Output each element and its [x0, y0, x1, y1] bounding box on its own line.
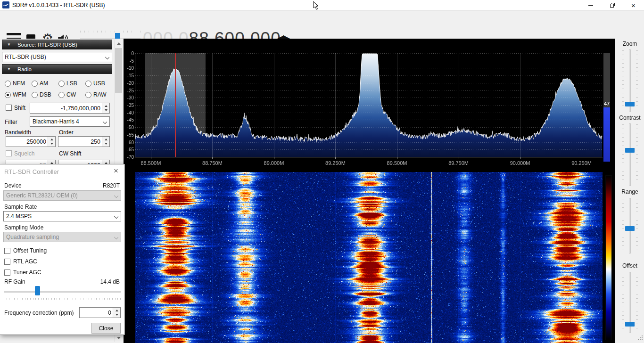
radio-button[interactable]	[5, 92, 11, 98]
squelch-checkbox[interactable]	[6, 150, 12, 156]
bandwidth-input[interactable]: 250000	[6, 136, 56, 147]
offset-tuning-checkbox[interactable]	[4, 248, 10, 254]
slider-tick	[622, 290, 624, 290]
sampling-mode-select: Quadrature sampling	[3, 232, 121, 242]
radio-mode-cw[interactable]: CW	[58, 89, 85, 100]
filter-select[interactable]: Blackman-Harris 4	[30, 116, 110, 127]
source-section-header[interactable]: ▼ Source: RTL-SDR (USB)	[2, 40, 112, 49]
close-button[interactable]: ×	[623, 0, 644, 10]
device-select-value: Generic RTL2832U OEM (0)	[6, 192, 78, 199]
waterfall-canvas[interactable]	[135, 172, 603, 343]
minimize-button[interactable]	[580, 0, 601, 10]
slider-tick	[636, 141, 638, 142]
h-gridline	[135, 90, 603, 91]
slider-tick	[636, 158, 638, 159]
slider-tick	[636, 55, 638, 55]
range-slider-handle[interactable]	[625, 226, 635, 231]
slider-tick	[636, 180, 638, 180]
radio-section-header[interactable]: ▼ Radio	[2, 64, 112, 74]
dialog-close-icon[interactable]: ×	[111, 166, 121, 176]
slider-tick	[622, 67, 624, 68]
range-label: Range	[615, 188, 644, 195]
checkbox-label: Tuner AGC	[13, 269, 41, 276]
slider-tick	[636, 302, 638, 303]
contrast-slider-track[interactable]	[629, 123, 631, 186]
slider-tick	[622, 154, 624, 155]
db-tick-label: -60	[124, 140, 134, 145]
radio-button[interactable]	[85, 81, 91, 87]
scroll-down-icon[interactable]	[115, 334, 123, 342]
dialog-close-label: Close	[99, 325, 114, 332]
restore-button[interactable]	[602, 0, 623, 10]
offset-slider-handle[interactable]	[625, 322, 635, 327]
radio-mode-lsb[interactable]: LSB	[58, 78, 85, 89]
source-select[interactable]: RTL-SDR (USB)	[2, 52, 112, 62]
rtl-agc-checkbox[interactable]	[4, 259, 10, 265]
slider-tick	[636, 233, 638, 233]
slider-tick	[622, 212, 624, 212]
slider-tick	[636, 324, 638, 324]
tuning-line[interactable]	[175, 53, 176, 157]
slider-tick	[622, 324, 624, 324]
radio-button[interactable]	[32, 92, 38, 98]
radio-mode-usb[interactable]: USB	[85, 78, 112, 89]
slider-tick	[636, 319, 638, 320]
source-header-label: Source: RTL-SDR (USB)	[17, 42, 77, 48]
h-gridline	[135, 61, 603, 61]
slider-tick	[636, 137, 638, 138]
slider-tick	[636, 110, 638, 110]
slider-tick	[636, 286, 638, 286]
rf-gain-slider[interactable]	[35, 286, 40, 295]
slider-tick	[622, 175, 624, 176]
shift-input[interactable]: -1,750,000,000	[30, 103, 110, 114]
chevron-down-icon	[114, 194, 118, 198]
db-tick-label: -70	[124, 155, 134, 160]
radio-mode-am[interactable]: AM	[32, 78, 58, 89]
slider-tick	[636, 328, 638, 328]
shift-spinner[interactable]	[102, 103, 109, 113]
radio-mode-nfm[interactable]: NFM	[5, 78, 32, 89]
ppm-spinner[interactable]	[113, 308, 120, 318]
tuner-agc-checkbox[interactable]	[4, 270, 10, 276]
ppm-input[interactable]: 0	[79, 307, 121, 318]
zoom-slider-handle[interactable]	[625, 102, 635, 106]
sampling-mode-value: Quadrature sampling	[6, 234, 59, 240]
contrast-slider-handle[interactable]	[625, 148, 635, 153]
v-gridline	[274, 53, 274, 157]
order-input[interactable]: 250	[58, 136, 110, 147]
scroll-up-icon[interactable]	[115, 40, 123, 48]
radio-mode-wfm[interactable]: WFM	[5, 89, 32, 100]
order-spinner[interactable]	[102, 137, 109, 147]
radio-mode-raw[interactable]: RAW	[85, 89, 112, 100]
bandwidth-spinner[interactable]	[48, 137, 55, 147]
radio-mode-dsb[interactable]: DSB	[32, 89, 58, 100]
radio-button[interactable]	[5, 81, 11, 87]
resize-grip[interactable]	[638, 335, 643, 340]
slider-tick	[636, 311, 638, 311]
dialog-close-button[interactable]: Close	[91, 323, 121, 334]
dialog-checkbox-row: Tuner AGC	[4, 269, 41, 276]
slider-tick	[636, 212, 638, 212]
slider-tick	[636, 294, 638, 294]
radio-button[interactable]	[32, 81, 38, 87]
range-slider-track[interactable]	[629, 198, 631, 253]
slider-tick	[636, 154, 638, 155]
shift-checkbox[interactable]	[6, 105, 12, 111]
slider-tick	[636, 216, 638, 216]
scrollbar-thumb[interactable]	[115, 48, 122, 93]
slider-tick	[636, 171, 638, 172]
zoom-label: Zoom	[615, 41, 644, 47]
radio-button[interactable]	[58, 81, 65, 87]
sample-rate-select[interactable]: 2.4 MSPS	[3, 211, 121, 221]
radio-mode-grid: NFMAMLSBUSBWFMDSBCWRAW	[5, 78, 112, 100]
device-chip-label: R820T	[103, 182, 120, 189]
slider-tick	[622, 124, 624, 125]
radio-mode-label: LSB	[66, 80, 77, 87]
freq-tick-label: 88.750M	[202, 160, 223, 166]
radio-button[interactable]	[85, 92, 91, 98]
h-gridline	[135, 120, 603, 120]
v-gridline	[582, 53, 582, 157]
slider-tick	[622, 302, 624, 303]
db-tick-label: -15	[124, 73, 134, 78]
radio-button[interactable]	[58, 92, 65, 98]
